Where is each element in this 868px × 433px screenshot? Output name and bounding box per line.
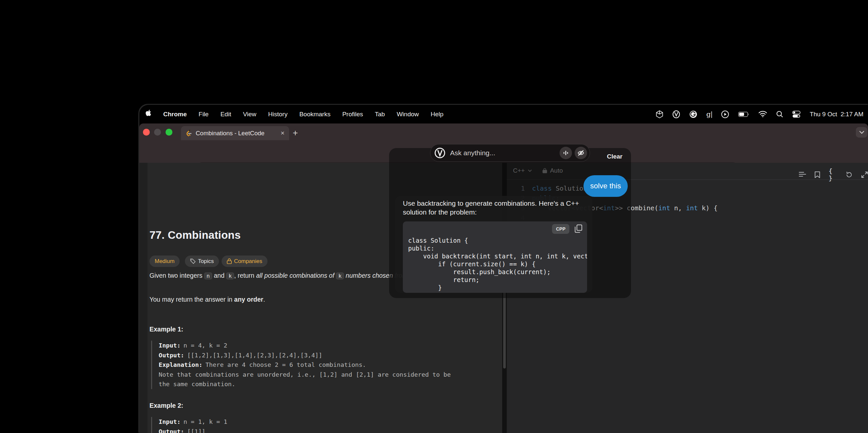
problem-statement-p2: You may return the answer in any order.	[150, 295, 265, 304]
menu-item-file[interactable]: File	[199, 111, 209, 118]
close-window-button[interactable]	[143, 129, 150, 136]
format-code-icon[interactable]	[799, 172, 806, 177]
menu-item-tab[interactable]: Tab	[375, 111, 385, 118]
play-circle-icon[interactable]	[721, 110, 729, 118]
example2-heading: Example 2:	[150, 402, 183, 409]
clear-button[interactable]: Clear	[607, 153, 622, 160]
zoom-window-button[interactable]	[165, 129, 173, 136]
v-circle-icon[interactable]	[672, 110, 680, 118]
assistant-code-block: CPP class Solution { public: void backtr…	[403, 222, 587, 293]
reset-code-icon[interactable]	[846, 171, 852, 178]
example1-heading: Example 1:	[150, 326, 183, 333]
menu-item-profiles[interactable]: Profiles	[342, 111, 363, 118]
example2-input: Input:n = 1, k = 1	[159, 417, 460, 427]
wifi-icon[interactable]	[758, 111, 767, 117]
menu-item-edit[interactable]: Edit	[220, 111, 231, 118]
tag-icon	[190, 259, 196, 264]
tab-close-icon[interactable]: ×	[281, 129, 284, 137]
desktop: Chrome File Edit View History Bookmarks …	[0, 0, 868, 433]
example1-explanation: Explanation:There are 4 choose 2 = 6 tot…	[159, 360, 460, 370]
example1-input: Input:n = 4, k = 2	[159, 341, 460, 351]
g-cursor-icon[interactable]: g	[706, 110, 712, 118]
example2-block: Input:n = 1, k = 1 Output:[[1]] Explanat…	[151, 417, 460, 433]
example2-output: Output:[[1]]	[159, 427, 460, 433]
topics-badge[interactable]: Topics	[185, 256, 219, 267]
minimize-window-button[interactable]	[154, 129, 161, 136]
problem-title: 77. Combinations	[150, 229, 241, 241]
menu-app-name[interactable]: Chrome	[163, 111, 187, 118]
example1-note2: the same combination.	[159, 379, 460, 389]
difficulty-badge[interactable]: Medium	[150, 256, 180, 267]
code-language-badge: CPP	[552, 224, 569, 234]
new-tab-button[interactable]: +	[293, 128, 298, 138]
ask-anything-bar: Ask anything...	[430, 144, 590, 162]
menu-item-bookmarks[interactable]: Bookmarks	[299, 111, 331, 118]
code-chip-n: n	[204, 272, 212, 279]
assistant-logo-icon	[434, 147, 445, 159]
macos-menu-bar: Chrome File Edit View History Bookmarks …	[139, 105, 868, 124]
ask-anything-input[interactable]: Ask anything...	[450, 149, 560, 157]
code-chip-k2: k	[336, 272, 344, 279]
spotlight-search-icon[interactable]	[776, 111, 783, 118]
assistant-response-text: Use backtracking to generate combination…	[403, 199, 588, 216]
box-icon[interactable]	[656, 110, 663, 118]
example1-output: Output:[[1,2],[1,3],[1,4],[2,3],[2,4],[3…	[159, 351, 460, 360]
grammarly-icon[interactable]	[689, 110, 697, 118]
control-center-icon[interactable]	[792, 111, 801, 118]
lock-icon	[227, 259, 232, 264]
hide-eye-off-button[interactable]	[575, 147, 587, 159]
menu-clock[interactable]: Thu 9 Oct 2:17 AM	[810, 111, 863, 118]
chrome-window: Combinations - LeetCode × + ← → leetcode…	[139, 124, 868, 433]
companies-badge[interactable]: Companies	[222, 256, 268, 267]
menu-item-window[interactable]: Window	[397, 111, 419, 118]
assistant-code: class Solution { public: void backtrack(…	[408, 236, 587, 292]
audio-waveform-button[interactable]	[560, 147, 572, 159]
solve-this-button[interactable]: solve this	[584, 175, 628, 197]
bookmark-icon[interactable]	[814, 171, 820, 178]
macbook-screen: Chrome File Edit View History Bookmarks …	[139, 105, 868, 433]
assistant-overlay: Clear Use backtracking to generate combi…	[389, 148, 631, 298]
expand-editor-icon[interactable]	[861, 171, 868, 178]
chevron-down-icon	[859, 131, 864, 134]
menu-item-history[interactable]: History	[268, 111, 287, 118]
tab-title: Combinations - LeetCode	[196, 130, 278, 137]
assistant-response-bubble: Use backtracking to generate combination…	[395, 196, 592, 293]
code-chip-k: k	[226, 272, 234, 279]
tab-strip-chevron-button[interactable]	[856, 127, 867, 138]
apple-menu-icon[interactable]	[146, 110, 152, 119]
tab-combinations-leetcode[interactable]: Combinations - LeetCode ×	[181, 126, 289, 140]
menu-item-view[interactable]: View	[243, 111, 256, 118]
battery-icon[interactable]	[738, 112, 749, 117]
panel-left-gutter	[139, 163, 148, 433]
example1-note: Note that combinations are unordered, i.…	[159, 370, 460, 379]
menu-item-help[interactable]: Help	[431, 111, 443, 118]
example1-block: Input:n = 4, k = 2 Output:[[1,2],[1,3],[…	[151, 341, 460, 389]
leetcode-favicon	[186, 129, 192, 138]
copy-code-icon[interactable]	[575, 224, 583, 234]
